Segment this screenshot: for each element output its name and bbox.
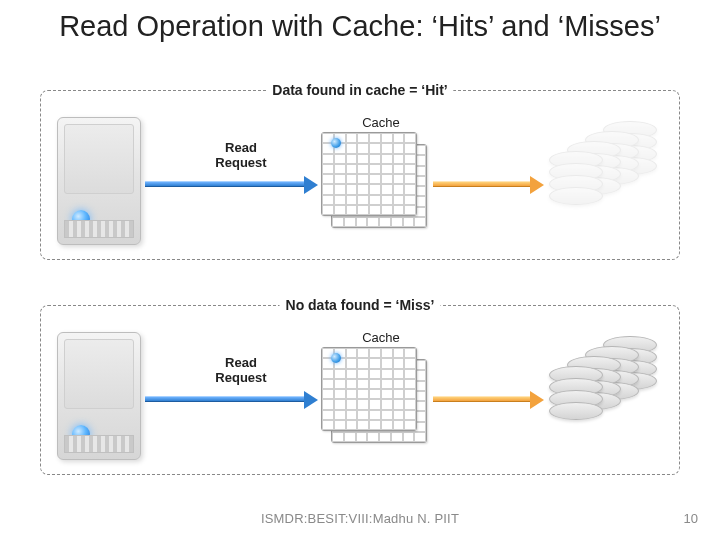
server-icon-miss (57, 332, 147, 462)
panel-miss-label: No data found = ‘Miss’ (280, 297, 441, 313)
read-request-label-hit: Read Request (201, 141, 281, 171)
page-number: 10 (684, 511, 698, 526)
arrow-cache-to-disk-hit (433, 181, 531, 187)
panel-hit-label: Data found in cache = ‘Hit’ (266, 82, 453, 98)
cache-label-hit: Cache (321, 115, 441, 130)
panel-cache-hit: Data found in cache = ‘Hit’ Read Request… (40, 90, 680, 260)
slide-title: Read Operation with Cache: ‘Hits’ and ‘M… (0, 0, 720, 43)
arrow-read-request-hit (145, 181, 305, 187)
cache-miss-data-dot (331, 353, 341, 363)
arrow-read-request-miss (145, 396, 305, 402)
disk-array-faded (531, 127, 661, 237)
slide-footer: ISMDR:BESIT:VIII:Madhu N. PIIT (0, 511, 720, 526)
cache-icon-miss: Cache (321, 330, 441, 447)
cache-hit-data-dot (331, 138, 341, 148)
read-request-label-miss: Read Request (201, 356, 281, 386)
arrow-cache-to-disk-miss (433, 396, 531, 402)
panel-cache-miss: No data found = ‘Miss’ Read Request Cach… (40, 305, 680, 475)
cache-icon-hit: Cache (321, 115, 441, 232)
cache-label-miss: Cache (321, 330, 441, 345)
disk-array (531, 342, 661, 452)
server-icon (57, 117, 147, 247)
